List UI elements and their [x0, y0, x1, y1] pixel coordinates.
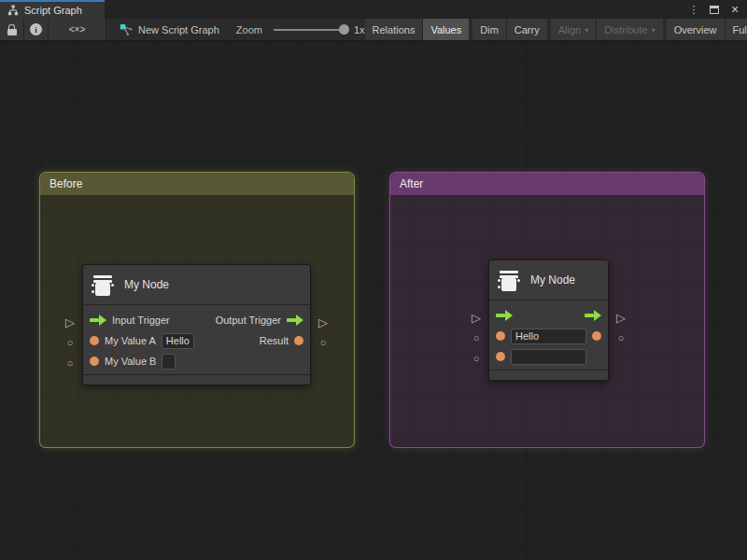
- value-input-field[interactable]: [511, 349, 586, 365]
- close-icon[interactable]: ×: [726, 1, 743, 18]
- lock-button[interactable]: [0, 19, 24, 40]
- value-port-icon[interactable]: [90, 336, 99, 345]
- group-title: After: [400, 177, 423, 190]
- window-controls: ⋮ ×: [685, 0, 747, 19]
- node-icon: [497, 268, 521, 292]
- tab-label: Script Graph: [24, 5, 82, 16]
- node-body: Hello: [489, 301, 608, 367]
- group-before-header[interactable]: Before: [40, 173, 354, 195]
- align-dropdown[interactable]: Align ▾: [551, 19, 597, 40]
- port-label: Input Trigger: [112, 315, 170, 326]
- node-row: My Value A Hello Result: [83, 330, 310, 351]
- node-header[interactable]: My Node: [489, 260, 608, 301]
- external-value-port[interactable]: ○: [316, 335, 331, 350]
- code-preview-button[interactable]: <×>: [49, 19, 106, 40]
- zoom-slider-handle[interactable]: [339, 24, 349, 35]
- zoom-control: Zoom 1x: [236, 19, 365, 40]
- group-after-header[interactable]: After: [390, 173, 704, 195]
- value-port-icon[interactable]: [90, 357, 99, 366]
- value-port-icon[interactable]: [592, 331, 601, 341]
- value-input-field[interactable]: [162, 354, 176, 370]
- group-title: Before: [49, 177, 82, 190]
- node-header[interactable]: My Node: [83, 265, 310, 305]
- value-port-icon[interactable]: [496, 352, 505, 361]
- node-my-node-before[interactable]: My Node Input Trigger Output Trigger My …: [82, 264, 311, 385]
- inspector-button[interactable]: i: [24, 19, 49, 40]
- node-row: [489, 305, 608, 326]
- flow-port-icon[interactable]: [496, 310, 513, 321]
- value-port-icon[interactable]: [496, 331, 505, 341]
- value-input-field[interactable]: Hello: [511, 329, 586, 344]
- graph-canvas[interactable]: Before After My Node Input Trigger Outpu…: [0, 41, 747, 560]
- external-value-port[interactable]: ○: [469, 330, 484, 345]
- node-row: My Value B: [83, 351, 310, 371]
- titlebar: Script Graph ⋮ ×: [0, 0, 747, 19]
- node-row: Input Trigger Output Trigger: [83, 310, 310, 330]
- code-icon: <×>: [69, 24, 86, 35]
- graph-icon: [120, 23, 133, 36]
- external-flow-port[interactable]: ▷: [316, 315, 331, 329]
- value-input-field[interactable]: Hello: [162, 333, 194, 349]
- value-port-icon[interactable]: [294, 336, 303, 345]
- port-label: Output Trigger: [216, 315, 281, 326]
- zoom-slider[interactable]: [274, 29, 345, 31]
- external-value-port[interactable]: ○: [63, 356, 78, 371]
- external-flow-port[interactable]: ▷: [469, 310, 484, 325]
- node-row: Hello: [489, 326, 608, 346]
- distribute-dropdown[interactable]: Distribute ▾: [597, 19, 662, 40]
- script-graph-icon: [7, 5, 19, 16]
- port-label: Result: [260, 335, 289, 346]
- node-icon: [91, 273, 115, 297]
- values-toggle[interactable]: Values: [423, 19, 469, 40]
- tab-script-graph[interactable]: Script Graph: [0, 0, 105, 19]
- node-my-node-after[interactable]: My Node Hello ▷ ○ ○ ▷ ○: [488, 259, 609, 381]
- zoom-label: Zoom: [236, 24, 262, 35]
- chevron-down-icon: ▾: [585, 26, 588, 35]
- graph-name-label: New Script Graph: [138, 24, 219, 35]
- carry-toggle[interactable]: Carry: [507, 19, 547, 40]
- port-label: My Value A: [105, 335, 156, 346]
- node-title: My Node: [124, 278, 169, 291]
- node-row: [489, 346, 608, 367]
- chevron-down-icon: ▾: [652, 26, 655, 35]
- lock-icon: [7, 24, 17, 35]
- port-label: My Value B: [105, 356, 156, 367]
- zoom-value: 1x: [354, 24, 365, 35]
- external-value-port[interactable]: ○: [63, 335, 78, 350]
- flow-port-icon[interactable]: [90, 315, 106, 326]
- external-flow-port[interactable]: ▷: [613, 310, 628, 325]
- maximize-icon[interactable]: [706, 1, 723, 18]
- overview-button[interactable]: Overview: [667, 19, 726, 40]
- external-value-port[interactable]: ○: [613, 330, 628, 345]
- window-menu-icon[interactable]: ⋮: [685, 1, 702, 18]
- fullscreen-button[interactable]: Full Scr: [726, 19, 747, 40]
- node-footer: [83, 374, 310, 385]
- flow-port-icon[interactable]: [585, 310, 601, 321]
- toolbar: i <×> New Script Graph Zoom 1x Relations…: [0, 19, 747, 41]
- toolbar-toggles: Relations Values Dim Carry Align ▾ Distr…: [365, 19, 747, 40]
- node-title: My Node: [530, 273, 575, 287]
- node-body: Input Trigger Output Trigger My Value A …: [83, 305, 310, 371]
- external-flow-port[interactable]: ▷: [63, 315, 78, 329]
- graph-title: New Script Graph: [120, 19, 219, 40]
- info-icon: i: [30, 23, 42, 35]
- node-footer: [489, 370, 608, 380]
- flow-port-icon[interactable]: [287, 315, 303, 326]
- relations-toggle[interactable]: Relations: [365, 19, 424, 40]
- external-value-port[interactable]: ○: [469, 351, 484, 366]
- dim-toggle[interactable]: Dim: [472, 19, 507, 40]
